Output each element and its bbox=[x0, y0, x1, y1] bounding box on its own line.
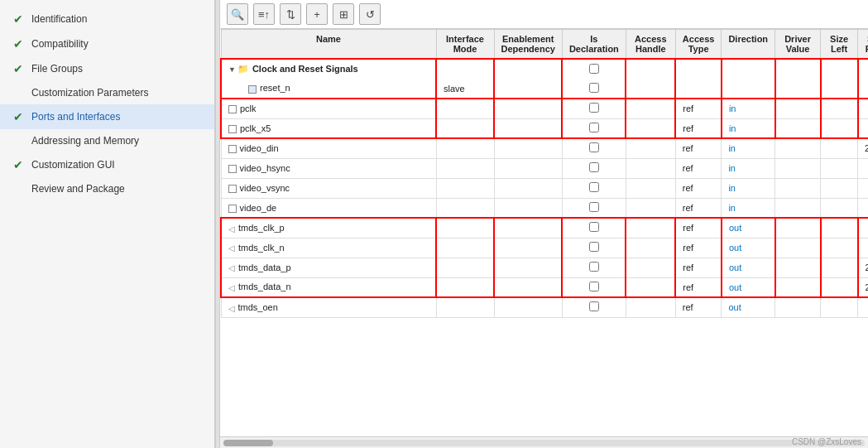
table-row[interactable]: ◁tmds_oenrefout bbox=[221, 297, 868, 317]
cell-size-left-video-hsync bbox=[821, 158, 858, 178]
is-declaration-checkbox-tmds-clk-p[interactable] bbox=[589, 222, 599, 232]
sidebar-item-review-and-package[interactable]: Review and Package bbox=[0, 177, 214, 200]
table-row[interactable]: video_hsyncrefin bbox=[221, 158, 868, 178]
cell-enablement-pclk-x5 bbox=[494, 118, 562, 138]
table-row[interactable]: 📁Clock and Reset Signals bbox=[221, 59, 868, 79]
cell-size-left-tmds-oen bbox=[821, 297, 858, 317]
is-declaration-checkbox-video-vsync[interactable] bbox=[589, 182, 599, 192]
cell-is-declaration-tmds-clk-p[interactable] bbox=[562, 218, 626, 238]
cell-is-declaration-clock-reset-signals[interactable] bbox=[562, 59, 626, 79]
is-declaration-checkbox-video-din[interactable] bbox=[589, 142, 599, 152]
sidebar-item-addressing-and-memory[interactable]: Addressing and Memory bbox=[0, 129, 214, 152]
main-content: 🔍 ≡↑ ⇅ + ⊞ ↺ Name InterfaceMode Enableme… bbox=[220, 0, 868, 448]
cell-enablement-video-din bbox=[494, 138, 562, 158]
cell-is-declaration-tmds-data-p[interactable] bbox=[562, 258, 626, 277]
cell-size-right-pclk bbox=[858, 99, 868, 118]
cell-access-handle-tmds-data-n bbox=[626, 277, 675, 297]
table-row[interactable]: ◁tmds_clk_prefout bbox=[221, 218, 868, 238]
cell-is-declaration-tmds-data-n[interactable] bbox=[562, 277, 626, 297]
cell-size-right-reset-n bbox=[858, 79, 868, 99]
cell-is-declaration-pclk-x5[interactable] bbox=[562, 118, 626, 138]
refresh-button[interactable]: ↺ bbox=[359, 3, 381, 25]
is-declaration-checkbox-pclk-x5[interactable] bbox=[589, 123, 599, 132]
cell-size-right-tmds-oen bbox=[858, 297, 868, 317]
cell-is-declaration-video-de[interactable] bbox=[562, 198, 626, 218]
cell-direction-pclk: in bbox=[722, 99, 775, 118]
cell-interface-mode-tmds-oen bbox=[436, 297, 494, 317]
cell-interface-mode-pclk bbox=[436, 99, 494, 118]
check-icon-compatibility: ✔ bbox=[13, 37, 26, 51]
is-declaration-checkbox-video-de[interactable] bbox=[589, 202, 599, 212]
check-icon-customization-gui: ✔ bbox=[13, 158, 26, 171]
cell-direction-tmds-oen: out bbox=[722, 297, 775, 317]
cell-interface-mode-tmds-clk-n bbox=[436, 238, 494, 258]
toolbar: 🔍 ≡↑ ⇅ + ⊞ ↺ bbox=[220, 0, 868, 29]
sidebar-item-identification[interactable]: ✔Identification bbox=[0, 7, 214, 31]
check-icon-file-groups: ✔ bbox=[13, 62, 26, 75]
cell-direction-tmds-clk-n: out bbox=[722, 238, 775, 258]
cell-access-handle-tmds-clk-p bbox=[626, 218, 675, 238]
cell-is-declaration-reset-n[interactable] bbox=[562, 79, 626, 99]
cell-name-tmds-oen: ◁tmds_oen bbox=[221, 297, 436, 317]
is-declaration-checkbox-clock-reset-signals[interactable] bbox=[589, 64, 599, 74]
is-declaration-checkbox-tmds-oen[interactable] bbox=[589, 301, 599, 311]
is-declaration-checkbox-reset-n[interactable] bbox=[589, 83, 599, 93]
cell-driver-value-video-din bbox=[775, 138, 821, 158]
cell-access-handle-video-hsync bbox=[626, 158, 675, 178]
filter-button[interactable]: ≡↑ bbox=[253, 3, 275, 25]
table-row[interactable]: ◁tmds_data_nrefout2 bbox=[221, 277, 868, 297]
cell-interface-mode-video-hsync bbox=[436, 158, 494, 178]
is-declaration-checkbox-tmds-clk-n[interactable] bbox=[589, 242, 599, 252]
table-row[interactable]: reset_nslave bbox=[221, 79, 868, 99]
is-declaration-checkbox-tmds-data-n[interactable] bbox=[589, 282, 599, 291]
cell-size-left-tmds-data-n bbox=[821, 277, 858, 297]
expand-button[interactable]: ⊞ bbox=[333, 3, 354, 25]
table-row[interactable]: video_vsyncrefin bbox=[221, 178, 868, 198]
cell-size-right-tmds-data-n: 2 bbox=[858, 277, 868, 297]
horizontal-scrollbar[interactable] bbox=[220, 436, 868, 448]
cell-access-handle-video-din bbox=[626, 138, 675, 158]
sidebar-label-review-and-package: Review and Package bbox=[31, 183, 125, 195]
cell-driver-value-video-hsync bbox=[775, 158, 821, 178]
cell-enablement-tmds-data-p bbox=[494, 258, 562, 277]
is-declaration-checkbox-video-hsync[interactable] bbox=[589, 162, 599, 172]
table-row[interactable]: video_dinrefin23 bbox=[221, 138, 868, 158]
sort-button[interactable]: ⇅ bbox=[280, 3, 301, 25]
table-row[interactable]: pclk_x5refin bbox=[221, 118, 868, 138]
cell-driver-value-tmds-data-n bbox=[775, 277, 821, 297]
cell-is-declaration-video-din[interactable] bbox=[562, 138, 626, 158]
folder-icon: 📁 bbox=[237, 64, 249, 74]
col-interface-mode: InterfaceMode bbox=[436, 30, 494, 60]
cell-is-declaration-tmds-clk-n[interactable] bbox=[562, 238, 626, 258]
cell-access-type-tmds-clk-p: ref bbox=[675, 218, 722, 238]
cell-size-left-tmds-clk-p bbox=[821, 218, 858, 238]
table-row[interactable]: video_derefin bbox=[221, 198, 868, 218]
cell-is-declaration-pclk[interactable] bbox=[562, 99, 626, 118]
sidebar-item-customization-gui[interactable]: ✔Customization GUI bbox=[0, 152, 214, 177]
table-row[interactable]: pclkrefin bbox=[221, 99, 868, 118]
is-declaration-checkbox-tmds-data-p[interactable] bbox=[589, 262, 599, 272]
cell-is-declaration-video-vsync[interactable] bbox=[562, 178, 626, 198]
sidebar-item-file-groups[interactable]: ✔File Groups bbox=[0, 56, 214, 81]
sidebar-item-customization-parameters[interactable]: Customization Parameters bbox=[0, 81, 214, 104]
cell-size-right-tmds-clk-p bbox=[858, 218, 868, 238]
port-icon bbox=[248, 85, 257, 94]
table-row[interactable]: ◁tmds_clk_nrefout bbox=[221, 238, 868, 258]
cell-is-declaration-video-hsync[interactable] bbox=[562, 158, 626, 178]
expand-icon[interactable] bbox=[228, 64, 236, 74]
tri-port-icon: ◁ bbox=[228, 263, 235, 272]
sidebar-label-ports-and-interfaces: Ports and Interfaces bbox=[31, 111, 120, 123]
cell-is-declaration-tmds-oen[interactable] bbox=[562, 297, 626, 317]
cell-direction-video-de: in bbox=[722, 198, 775, 218]
sidebar-item-compatibility[interactable]: ✔Compatibility bbox=[0, 31, 214, 56]
sidebar-label-addressing-and-memory: Addressing and Memory bbox=[31, 135, 139, 147]
search-button[interactable]: 🔍 bbox=[227, 3, 248, 25]
cell-size-left-video-vsync bbox=[821, 178, 858, 198]
check-icon-ports-and-interfaces: ✔ bbox=[13, 110, 26, 123]
col-access-handle: AccessHandle bbox=[626, 30, 675, 60]
sidebar-item-ports-and-interfaces[interactable]: ✔Ports and Interfaces bbox=[0, 104, 214, 129]
is-declaration-checkbox-pclk[interactable] bbox=[589, 103, 599, 113]
table-row[interactable]: ◁tmds_data_prefout2 bbox=[221, 258, 868, 277]
add-button[interactable]: + bbox=[306, 3, 328, 25]
watermark: CSDN @ZxsLoves bbox=[792, 437, 861, 446]
